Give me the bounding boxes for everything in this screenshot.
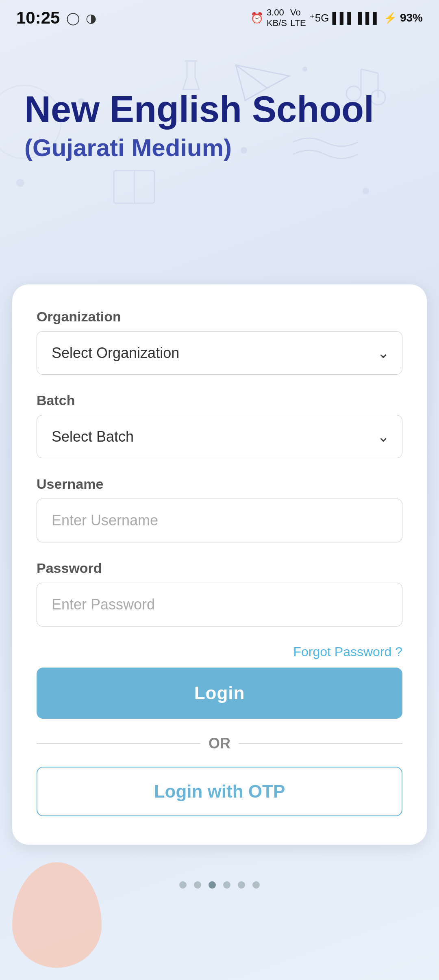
batch-select[interactable]: Select Batch [37, 415, 402, 458]
or-line-right [239, 743, 402, 744]
status-right: ⏰ 3.00KB/S VoLTE ⁺5G ▌▌▌ ▌▌▌ ⚡ 93% [250, 7, 423, 28]
battery-level: 93% [400, 11, 423, 24]
school-subtitle: (Gujarati Medium) [24, 134, 415, 162]
status-time: 10:25 [16, 8, 60, 28]
or-divider: OR [37, 735, 402, 752]
organization-field-group: Organization Select Organization ⌄ [37, 309, 402, 375]
password-field-group: Password [37, 560, 402, 627]
dot-2 [194, 881, 201, 889]
forgot-password-link-wrapper[interactable]: Forgot Password ? [37, 644, 402, 659]
batch-label: Batch [37, 392, 402, 408]
login-with-otp-button[interactable]: Login with OTP [37, 767, 402, 816]
signal-bars: ▌▌▌ [332, 12, 354, 24]
school-name: New English School [24, 89, 415, 130]
status-icons-left: ◯ ◑ [66, 11, 96, 25]
organization-select[interactable]: Select Organization [37, 331, 402, 375]
whatsapp-icon: ◯ [66, 11, 80, 25]
status-bar: 10:25 ◯ ◑ ⏰ 3.00KB/S VoLTE ⁺5G ▌▌▌ ▌▌▌ ⚡… [0, 0, 439, 33]
login-button[interactable]: Login [37, 668, 402, 719]
dot-4 [223, 881, 230, 889]
dot-5 [238, 881, 245, 889]
volte-icon: VoLTE [290, 7, 306, 28]
password-label: Password [37, 560, 402, 576]
battery-icon: ⚡ [384, 12, 397, 24]
hero-section: New English School (Gujarati Medium) [0, 33, 439, 284]
password-input[interactable] [37, 583, 402, 627]
username-field-group: Username [37, 476, 402, 542]
or-text: OR [209, 735, 230, 752]
forgot-password-link[interactable]: Forgot Password ? [293, 644, 402, 659]
username-input[interactable] [37, 499, 402, 542]
username-label: Username [37, 476, 402, 492]
alarm-icon: ⏰ [250, 12, 263, 24]
dot-3-active [209, 881, 216, 889]
batch-dropdown-wrapper[interactable]: Select Batch ⌄ [37, 415, 402, 458]
dot-1 [179, 881, 187, 889]
batch-field-group: Batch Select Batch ⌄ [37, 392, 402, 458]
dot-6 [252, 881, 260, 889]
organization-dropdown-wrapper[interactable]: Select Organization ⌄ [37, 331, 402, 375]
organization-label: Organization [37, 309, 402, 325]
or-line-left [37, 743, 200, 744]
data-speed: 3.00KB/S [267, 7, 287, 28]
login-form-card: Organization Select Organization ⌄ Batch… [12, 284, 427, 845]
messenger-icon: ◑ [86, 11, 96, 25]
signal-bars-2: ▌▌▌ [358, 12, 380, 24]
network-icon: ⁺5G [309, 12, 329, 24]
